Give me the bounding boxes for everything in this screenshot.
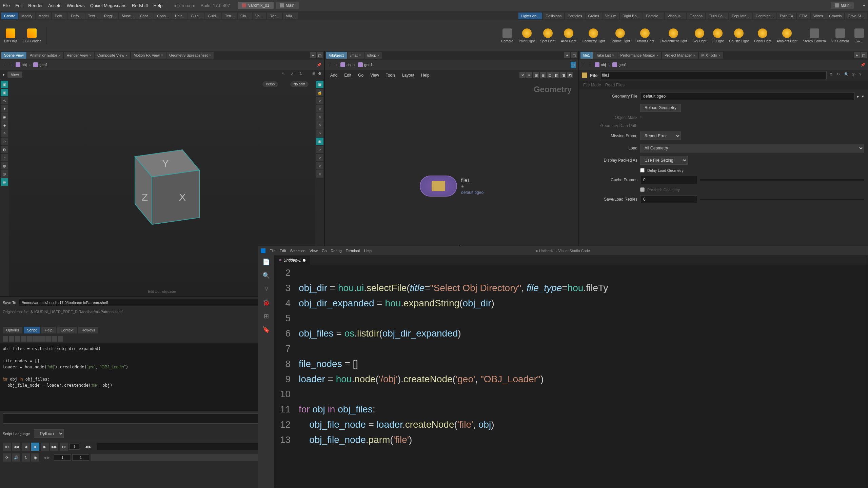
menu-view[interactable]: View: [370, 73, 379, 78]
pin-icon[interactable]: 📌: [317, 63, 321, 67]
shelf-tab[interactable]: Create: [1, 13, 18, 19]
shelf-tab[interactable]: Vol...: [253, 13, 266, 19]
close-icon[interactable]: ×: [125, 54, 127, 57]
delay-load-checkbox[interactable]: [640, 168, 645, 172]
shelf-tab[interactable]: Grains: [586, 13, 602, 19]
path-geo1[interactable]: geo1: [358, 62, 372, 67]
display-tool[interactable]: ○: [316, 170, 323, 178]
snap-icon[interactable]: ⊞: [312, 72, 315, 78]
menu-layout[interactable]: Layout: [402, 73, 414, 78]
shelf-tab[interactable]: Fluid Co...: [706, 13, 728, 19]
pane-tab-projmgr[interactable]: Project Manager×: [662, 52, 698, 59]
tool-distant-light[interactable]: Distant Light: [634, 27, 656, 44]
tool-icon[interactable]: [3, 336, 8, 342]
shelf-tab[interactable]: Pyro FX: [777, 13, 796, 19]
pane-tab-objgeo[interactable]: /obj/geo1: [326, 52, 347, 59]
tool-icon[interactable]: ◎: [1, 170, 8, 178]
vscode-titlebar[interactable]: File Edit Selection View Go Debug Termin…: [258, 246, 868, 255]
cache-frames-input[interactable]: [640, 176, 697, 184]
prev-kf-icon[interactable]: ◀◀: [12, 443, 20, 451]
gear-icon[interactable]: ⚙: [829, 72, 835, 78]
shelf-tab[interactable]: Cons...: [154, 13, 172, 19]
shelf-tab[interactable]: Ren...: [267, 13, 282, 19]
shelf-tab[interactable]: Modify: [19, 13, 35, 19]
display-tool[interactable]: ○: [316, 162, 323, 169]
path-obj[interactable]: obj: [16, 62, 27, 67]
first-frame-icon[interactable]: ⏮: [3, 443, 11, 451]
cache-frames-slider[interactable]: [700, 179, 864, 181]
search-icon[interactable]: 🔍: [844, 72, 850, 78]
display-tool[interactable]: ○: [316, 97, 323, 104]
shelf-tab[interactable]: FEM: [797, 13, 810, 19]
vsc-menu-selection[interactable]: Selection: [290, 249, 305, 253]
options-icon[interactable]: ⚙: [318, 72, 321, 78]
path-geo1[interactable]: geo1: [612, 62, 627, 67]
menu-quixel[interactable]: Quixel Megascans: [90, 3, 126, 8]
chooser-icon[interactable]: ▾: [862, 94, 864, 99]
debug-icon[interactable]: 🐞: [262, 299, 270, 307]
close-icon[interactable]: ×: [59, 54, 61, 57]
tool-icon[interactable]: ◩: [567, 72, 573, 78]
tool-icon[interactable]: ⊡: [547, 72, 553, 78]
close-icon[interactable]: ×: [612, 54, 614, 57]
pick-icon[interactable]: ↗: [291, 72, 297, 78]
tool-icon[interactable]: ◈: [1, 121, 8, 129]
tool-icon[interactable]: [21, 336, 26, 342]
vsc-menu-edit[interactable]: Edit: [280, 249, 286, 253]
prefetch-checkbox[interactable]: [640, 187, 645, 192]
tool-area-light[interactable]: Area Light: [559, 27, 578, 44]
menu-add[interactable]: Add: [330, 73, 337, 78]
shelf-tab[interactable]: Lights an...: [518, 13, 542, 19]
tool-gi-light[interactable]: GI Light: [710, 27, 725, 44]
info-icon[interactable]: ⓘ: [852, 72, 858, 78]
shelf-tab[interactable]: Terr...: [222, 13, 237, 19]
shelf-tab[interactable]: Crowds: [826, 13, 844, 19]
shelf-tab[interactable]: Oceans: [687, 13, 705, 19]
bookmark-icon[interactable]: 🔖: [262, 326, 270, 334]
tool-icon[interactable]: [45, 336, 51, 342]
tool-environment-light[interactable]: Environment Light: [658, 27, 689, 44]
vsc-menu-go[interactable]: Go: [322, 249, 327, 253]
shelf-tab[interactable]: Collisions: [543, 13, 564, 19]
tool-icon[interactable]: ▣: [1, 89, 8, 96]
tool-stereo-camera[interactable]: Stereo Camera: [802, 27, 827, 44]
follow-icon[interactable]: ⊡: [571, 62, 576, 68]
pane-tab-mixtodo[interactable]: MIX Todo×: [699, 52, 723, 59]
vsc-menu-terminal[interactable]: Terminal: [346, 249, 360, 253]
path-obj[interactable]: obj: [595, 62, 606, 67]
play-icon[interactable]: ▶: [41, 443, 49, 451]
tool-icon[interactable]: ✧: [1, 129, 8, 137]
shelf-tab[interactable]: Viscous...: [665, 13, 687, 19]
display-tool[interactable]: ○: [316, 129, 323, 137]
vscode-tab-untitled[interactable]: ≡ Untitled-1: [274, 256, 310, 265]
handle-icon[interactable]: ↖: [282, 72, 288, 78]
close-icon[interactable]: ×: [656, 54, 658, 57]
tool-icon[interactable]: ◍: [1, 162, 8, 169]
menu-edit[interactable]: Edit: [344, 73, 351, 78]
tool-volume-light[interactable]: Volume Light: [609, 27, 631, 44]
last-frame-icon[interactable]: ⏭: [60, 443, 68, 451]
shelf-tab[interactable]: Particle...: [643, 13, 664, 19]
close-icon[interactable]: ×: [359, 54, 361, 57]
tool-icon[interactable]: [33, 336, 39, 342]
tool-spot-light[interactable]: Spot Light: [539, 27, 557, 44]
browse-icon[interactable]: ▸: [857, 94, 859, 99]
menu-help[interactable]: Help: [153, 3, 162, 8]
forward-icon[interactable]: →: [588, 63, 592, 67]
next-kf-icon[interactable]: ▶▶: [50, 443, 58, 451]
node-file1[interactable]: file1 ◈ default.bgeo: [420, 176, 484, 197]
close-icon[interactable]: ×: [209, 54, 211, 57]
maximize-icon[interactable]: ▢: [861, 52, 867, 58]
display-tool[interactable]: ○: [316, 121, 323, 129]
pane-tab-render[interactable]: Render View×: [64, 52, 94, 59]
refresh-icon[interactable]: ↻: [299, 72, 305, 78]
maximize-icon[interactable]: ▢: [317, 52, 323, 58]
menu-file[interactable]: File: [3, 3, 10, 8]
shelf-tab[interactable]: Populate...: [729, 13, 752, 19]
menu-render[interactable]: Render: [28, 3, 43, 8]
parm-tab-readfiles[interactable]: Read Files: [605, 83, 625, 87]
menu-go[interactable]: Go: [358, 73, 363, 78]
missing-frame-select[interactable]: Report Error: [640, 131, 681, 140]
desktop-tab-main-right[interactable]: Main: [831, 2, 854, 9]
select-tool[interactable]: ▣: [1, 81, 8, 88]
